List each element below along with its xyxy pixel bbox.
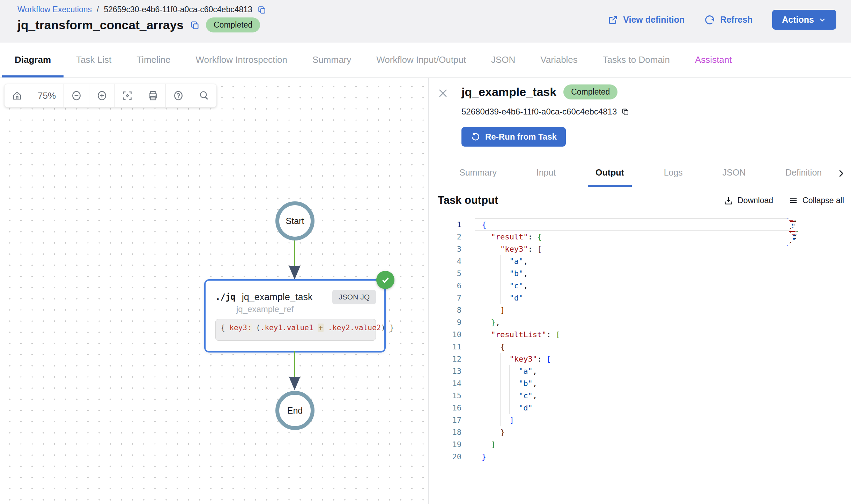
rerun-from-task-button[interactable]: Re-Run from Task bbox=[461, 127, 566, 147]
breadcrumb-link[interactable]: Workflow Executions bbox=[17, 5, 92, 14]
view-definition-button[interactable]: View definition bbox=[608, 15, 684, 25]
edge-task-to-end bbox=[294, 351, 295, 378]
home-button[interactable] bbox=[5, 84, 30, 107]
rerun-icon bbox=[471, 132, 480, 142]
tab-variables[interactable]: Variables bbox=[528, 43, 590, 77]
code-line: 19 ] bbox=[438, 438, 851, 451]
minimap[interactable] bbox=[787, 218, 803, 246]
task-node-prefix: ./jq bbox=[215, 292, 236, 302]
fit-view-button[interactable] bbox=[115, 84, 140, 107]
refresh-label: Refresh bbox=[720, 15, 753, 25]
task-detail-panel: jq_example_task Completed 52680d39-e4b6-… bbox=[428, 78, 851, 504]
breadcrumb: Workflow Executions / 52659c30-e4b6-11f0… bbox=[17, 5, 266, 14]
workflow-execution-page: Workflow Executions / 52659c30-e4b6-11f0… bbox=[0, 0, 851, 504]
tab-diagram[interactable]: Diagram bbox=[2, 43, 64, 77]
code-line: 4 "a", bbox=[438, 255, 851, 267]
zoom-level[interactable]: 75% bbox=[30, 84, 64, 107]
help-button[interactable] bbox=[166, 84, 191, 107]
task-id: 52680d39-e4b6-11f0-a0ca-c60c4ebc4813 bbox=[461, 107, 617, 117]
copy-icon[interactable] bbox=[621, 108, 629, 116]
refresh-button[interactable]: Refresh bbox=[704, 14, 753, 25]
print-button[interactable] bbox=[140, 84, 166, 107]
node-code: { key3: (.key1.value1 + .key2.value2) } bbox=[215, 319, 376, 341]
collapse-all-button[interactable]: Collapse all bbox=[789, 195, 844, 205]
task-output-heading: Task output bbox=[438, 194, 498, 207]
code-line: 20} bbox=[438, 451, 851, 463]
tab-json[interactable]: JSON bbox=[479, 43, 528, 77]
copy-icon[interactable] bbox=[257, 5, 266, 14]
view-definition-label: View definition bbox=[623, 15, 684, 25]
start-node[interactable]: Start bbox=[275, 201, 314, 240]
copy-icon[interactable] bbox=[190, 20, 200, 30]
code-line: 18 } bbox=[438, 426, 851, 438]
code-lines: 1{2 "result": {3 "key3": [4 "a",5 "b",6 … bbox=[438, 218, 851, 463]
tab-timeline[interactable]: Timeline bbox=[124, 43, 183, 77]
code-line: 15 "c", bbox=[438, 390, 851, 402]
task-tab-output[interactable]: Output bbox=[594, 164, 626, 187]
page-title: jq_transform_concat_arrays bbox=[17, 18, 184, 32]
external-link-icon bbox=[608, 15, 618, 25]
edge-start-to-task bbox=[294, 240, 295, 267]
code-line: 11 { bbox=[438, 341, 851, 353]
close-icon[interactable] bbox=[437, 87, 449, 99]
zoom-in-button[interactable] bbox=[89, 84, 115, 107]
chevron-right-icon[interactable] bbox=[836, 168, 846, 179]
tab-tasks-to-domain[interactable]: Tasks to Domain bbox=[590, 43, 682, 77]
task-type-badge: JSON JQ bbox=[332, 290, 376, 304]
search-button[interactable] bbox=[191, 84, 216, 107]
workflow-diagram-canvas: 75% Start bbox=[0, 78, 428, 504]
task-tab-definition[interactable]: Definition bbox=[784, 164, 823, 187]
task-node-ref: jq_example_ref bbox=[236, 304, 294, 314]
actions-label: Actions bbox=[782, 15, 814, 25]
chevron-down-icon bbox=[818, 16, 827, 24]
status-badge: Completed bbox=[206, 17, 260, 32]
task-tab-summary[interactable]: Summary bbox=[458, 164, 498, 187]
task-detail-tabs: Summary Input Output Logs JSON Definitio… bbox=[458, 164, 823, 187]
page-header: Workflow Executions / 52659c30-e4b6-11f0… bbox=[0, 0, 851, 43]
end-node-label: End bbox=[287, 406, 303, 416]
diagram-toolbar: 75% bbox=[4, 84, 217, 108]
task-tab-logs[interactable]: Logs bbox=[663, 164, 684, 187]
breadcrumb-execution-id: 52659c30-e4b6-11f0-a0ca-c60c4ebc4813 bbox=[104, 5, 252, 14]
task-node-name: jq_example_task bbox=[242, 292, 313, 303]
code-line: 14 "b", bbox=[438, 377, 851, 390]
download-label: Download bbox=[738, 196, 773, 205]
code-line: 16 "d" bbox=[438, 402, 851, 414]
task-status-badge: Completed bbox=[563, 84, 617, 99]
code-line: 13 "a", bbox=[438, 365, 851, 377]
code-line: 6 "c", bbox=[438, 280, 851, 292]
code-line: 5 "b", bbox=[438, 267, 851, 280]
task-tab-json[interactable]: JSON bbox=[721, 164, 747, 187]
code-line: 10 "resultList": [ bbox=[438, 328, 851, 341]
tab-workflow-input-output[interactable]: Workflow Input/Output bbox=[364, 43, 479, 77]
task-title: jq_example_task bbox=[461, 85, 556, 99]
breadcrumb-separator: / bbox=[97, 5, 99, 14]
code-line: 12 "key3": [ bbox=[438, 353, 851, 365]
start-node-label: Start bbox=[286, 216, 304, 226]
actions-button[interactable]: Actions bbox=[772, 10, 836, 30]
code-line: 7 "d" bbox=[438, 292, 851, 304]
task-tab-input[interactable]: Input bbox=[535, 164, 557, 187]
task-success-check-icon bbox=[376, 271, 394, 289]
tab-task-list[interactable]: Task List bbox=[64, 43, 124, 77]
code-line: 8 ] bbox=[438, 304, 851, 316]
tab-summary[interactable]: Summary bbox=[300, 43, 364, 77]
rerun-label: Re-Run from Task bbox=[485, 132, 557, 142]
arrowhead-icon bbox=[289, 266, 300, 280]
tab-assistant[interactable]: Assistant bbox=[682, 43, 745, 77]
download-icon bbox=[724, 195, 733, 205]
arrowhead-icon bbox=[289, 377, 300, 390]
collapse-all-icon bbox=[789, 195, 798, 205]
code-line: 17 ] bbox=[438, 414, 851, 426]
json-output-editor[interactable]: 1{2 "result": {3 "key3": [4 "a",5 "b",6 … bbox=[438, 218, 851, 477]
download-button[interactable]: Download bbox=[724, 195, 773, 205]
code-line: 9 }, bbox=[438, 316, 851, 328]
refresh-icon bbox=[704, 14, 715, 25]
collapse-all-label: Collapse all bbox=[802, 196, 844, 205]
end-node[interactable]: End bbox=[275, 391, 314, 430]
zoom-out-button[interactable] bbox=[64, 84, 89, 107]
tab-workflow-introspection[interactable]: Workflow Introspection bbox=[183, 43, 300, 77]
task-node-jq-example-task[interactable]: ./jq jq_example_task JSON JQ jq_example_… bbox=[204, 279, 386, 353]
main-tab-bar: Diagram Task List Timeline Workflow Intr… bbox=[0, 43, 851, 77]
